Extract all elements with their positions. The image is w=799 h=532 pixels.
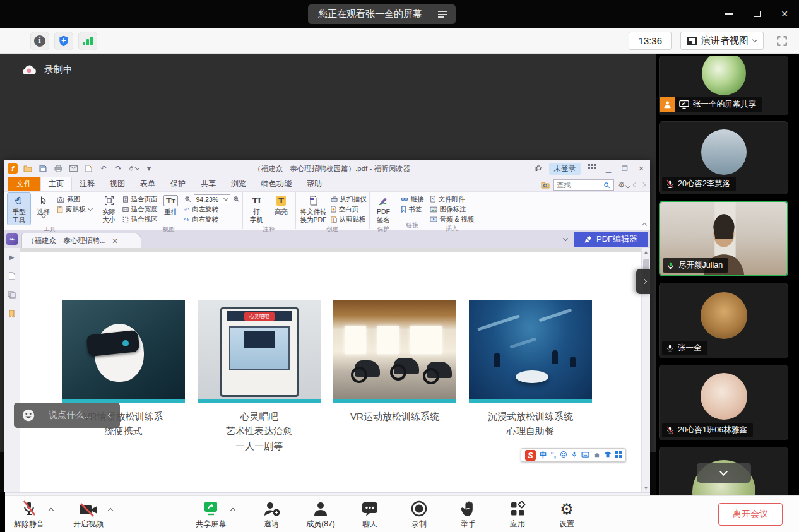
scroll-up-icon[interactable]: ▲ bbox=[644, 248, 649, 256]
pdf-apps-grid-icon[interactable] bbox=[587, 164, 597, 173]
search-icon[interactable] bbox=[603, 182, 610, 189]
ribbon-collapse-icon[interactable] bbox=[642, 223, 647, 228]
reader-app-icon[interactable]: ❧ bbox=[6, 233, 18, 245]
participant-tile-partial[interactable] bbox=[659, 447, 788, 495]
search-folder-icon[interactable] bbox=[541, 181, 550, 189]
emoji-icon[interactable] bbox=[21, 408, 35, 422]
hand-stamp-icon[interactable] bbox=[129, 163, 139, 174]
audio-video-button[interactable]: 音频 & 视频 bbox=[430, 215, 475, 224]
pdf-restore-icon[interactable]: ❐ bbox=[620, 165, 630, 173]
reflow-button[interactable]: Tт 重排 bbox=[160, 193, 182, 216]
actual-size-button[interactable]: 实际 大小 bbox=[98, 193, 121, 225]
page-thumbnails-icon[interactable] bbox=[7, 271, 17, 281]
share-feedback-icon[interactable] bbox=[535, 163, 543, 174]
ime-voice-icon[interactable] bbox=[571, 451, 577, 459]
ime-mode-toggle[interactable]: 中 bbox=[540, 451, 547, 459]
ime-toolbox-icon[interactable] bbox=[593, 451, 600, 459]
menu-form[interactable]: 表单 bbox=[133, 177, 163, 191]
customize-qat-icon[interactable]: ▾ bbox=[144, 163, 154, 174]
pdf-page-canvas[interactable]: 心灵唱吧 bbox=[20, 248, 641, 492]
from-clipboard-button[interactable]: 从剪贴板 bbox=[331, 215, 367, 224]
new-document-icon[interactable] bbox=[83, 163, 93, 174]
file-attachment-button[interactable]: 文件附件 bbox=[430, 194, 475, 204]
fullscreen-button[interactable] bbox=[772, 32, 791, 50]
participant-tile[interactable]: 20心咨2李慧洛 bbox=[659, 121, 788, 194]
chat-button[interactable]: 聊天 bbox=[353, 499, 386, 529]
menu-home[interactable]: 主页 bbox=[40, 176, 72, 191]
login-status-button[interactable]: 未登录 bbox=[549, 163, 581, 175]
document-tab[interactable]: （福建众一泰心理招聘... ✕ bbox=[21, 233, 141, 248]
menu-file[interactable]: 文件 bbox=[8, 177, 40, 191]
view-mode-button[interactable]: 演讲者视图 bbox=[680, 32, 764, 50]
zoom-in-icon[interactable] bbox=[233, 196, 240, 203]
menu-share[interactable]: 共享 bbox=[193, 177, 223, 191]
menu-features[interactable]: 特色功能 bbox=[254, 177, 299, 191]
participant-tile[interactable]: 20心咨1班06林雅鑫 bbox=[659, 365, 788, 440]
document-tab-close-icon[interactable]: ✕ bbox=[112, 237, 119, 245]
close-button[interactable]: ✕ bbox=[776, 6, 793, 21]
pdf-editor-button[interactable]: PDF编辑器 bbox=[574, 232, 648, 247]
start-video-button[interactable]: 开启视频 bbox=[72, 499, 105, 529]
participant-tile-active-speaker[interactable]: 尽开颜Julian bbox=[659, 201, 788, 276]
image-annotation-button[interactable]: 图像标注 bbox=[430, 204, 475, 214]
network-quality-button[interactable] bbox=[78, 32, 97, 50]
email-icon[interactable] bbox=[68, 163, 78, 174]
convert-to-pdf-button[interactable]: 将文件转 换为PDF bbox=[299, 193, 329, 225]
highlight-button[interactable]: T 高亮 bbox=[270, 193, 293, 216]
pdf-sign-button[interactable]: PDF 签名 bbox=[372, 193, 395, 225]
fit-visible-button[interactable]: 适合视区 bbox=[122, 215, 158, 224]
ime-keyboard-icon[interactable] bbox=[581, 451, 589, 459]
scroll-more-participants-button[interactable] bbox=[697, 463, 751, 483]
fit-width-button[interactable]: 适合宽度 bbox=[122, 204, 158, 214]
apps-button[interactable]: 应用 bbox=[501, 499, 534, 529]
foxit-logo-icon[interactable]: f bbox=[8, 163, 18, 174]
menu-view[interactable]: 视图 bbox=[102, 177, 133, 191]
typewriter-button[interactable]: TI 打 字机 bbox=[246, 193, 268, 225]
ime-grid-icon[interactable] bbox=[615, 451, 622, 459]
ribbon-zoom-value[interactable]: 94.23% bbox=[194, 194, 230, 204]
invite-button[interactable]: 邀请 bbox=[255, 499, 288, 529]
chat-collapse-icon[interactable] bbox=[108, 413, 113, 418]
undo-icon[interactable]: ↶ bbox=[98, 163, 109, 174]
zoom-out-icon[interactable] bbox=[184, 196, 191, 203]
ime-skin-icon[interactable] bbox=[604, 451, 612, 459]
security-button[interactable] bbox=[54, 32, 73, 50]
settings-button[interactable]: ⚙ 设置 bbox=[550, 499, 583, 529]
find-prev-icon[interactable] bbox=[633, 182, 638, 187]
ime-emoji-icon[interactable] bbox=[560, 451, 567, 459]
hand-tool-button[interactable]: 手型 工具 bbox=[8, 193, 30, 225]
redo-icon[interactable]: ↷ bbox=[114, 163, 124, 174]
audio-options-chevron[interactable] bbox=[49, 508, 54, 513]
clipboard-button[interactable]: 剪贴板 bbox=[57, 204, 92, 214]
bookmarks-panel-icon[interactable] bbox=[7, 309, 17, 319]
panel-expand-icon[interactable]: ▶ bbox=[7, 252, 17, 262]
ime-punctuation-toggle[interactable]: °, bbox=[551, 451, 556, 459]
print-icon[interactable] bbox=[53, 163, 63, 174]
select-tool-button[interactable]: 选择 bbox=[32, 193, 55, 219]
members-button[interactable]: 成员(87) bbox=[304, 499, 337, 529]
find-settings-gear-icon[interactable]: ⚙ bbox=[618, 180, 630, 189]
raise-hand-button[interactable]: 举手 bbox=[452, 499, 485, 529]
share-options-chevron[interactable] bbox=[230, 508, 235, 513]
menu-comment[interactable]: 注释 bbox=[72, 177, 102, 191]
rotate-right-button[interactable]: ↷向右旋转 bbox=[184, 215, 240, 224]
participant-tile[interactable]: 张一全 bbox=[659, 283, 788, 358]
banner-menu-icon[interactable] bbox=[435, 8, 449, 20]
save-icon[interactable] bbox=[38, 163, 48, 174]
chat-quick-input[interactable]: 说点什么... bbox=[14, 403, 120, 428]
video-options-chevron[interactable] bbox=[108, 508, 113, 513]
leave-meeting-button[interactable]: 离开会议 bbox=[718, 503, 783, 526]
link-button[interactable]: 链接 bbox=[401, 194, 424, 204]
pdf-close-icon[interactable]: ✕ bbox=[636, 165, 646, 173]
from-scanner-button[interactable]: 从扫描仪 bbox=[331, 194, 367, 204]
sidebar-collapse-handle[interactable] bbox=[636, 269, 653, 294]
maximize-button[interactable] bbox=[749, 6, 765, 21]
meeting-info-button[interactable]: i bbox=[30, 32, 49, 50]
snapshot-button[interactable]: 截图 bbox=[57, 194, 92, 204]
chat-placeholder[interactable]: 说点什么... bbox=[49, 410, 95, 421]
scroll-down-icon[interactable]: ▼ bbox=[644, 484, 649, 492]
rotate-left-button[interactable]: ↶向左旋转 bbox=[184, 204, 240, 214]
fit-page-button[interactable]: 适合页面 bbox=[122, 194, 158, 204]
find-input[interactable] bbox=[557, 181, 601, 189]
open-file-icon[interactable] bbox=[23, 163, 33, 174]
